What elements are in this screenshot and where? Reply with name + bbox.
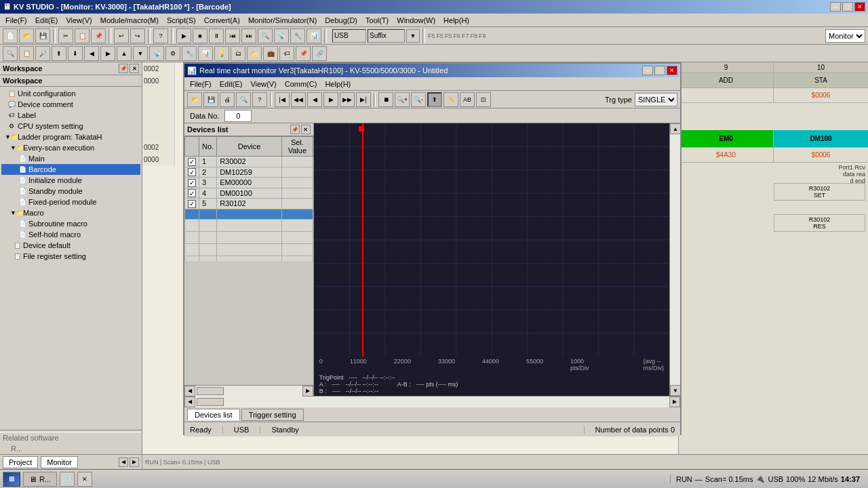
rt-maximize-button[interactable]: □ [654,66,665,75]
checkbox-1[interactable]: ✓ [188,158,196,166]
tab-project[interactable]: Project [3,456,38,468]
suffix-btn[interactable]: ▼ [406,29,420,43]
tb2-btn11[interactable]: ⚙ [165,46,180,61]
ws-pin-button[interactable]: 📌 [119,64,128,73]
tree-fixed-period[interactable]: 📄 Fixed-period module [1,197,140,207]
rt-menu-file[interactable]: File(F) [186,79,216,89]
tree-cpu-setting[interactable]: ⚙ CPU system setting [1,121,140,131]
tree-ladder-program[interactable]: ▼📁 Ladder program: TakataH [1,131,140,142]
close-button[interactable]: ✕ [854,2,865,12]
tree-every-scan[interactable]: ▼📁 Every-scan execution [1,142,140,153]
tb-btn9[interactable]: ⏭ [241,28,256,43]
tree-unit-config[interactable]: 📋 Unit configuration [1,88,140,99]
devices-pin-button[interactable]: 📌 [290,125,300,134]
tree-init-module[interactable]: 📄 Initialize module [1,175,140,186]
tree-macro[interactable]: ▼📁 Macro [1,207,140,218]
tb2-btn18[interactable]: 🏷 [279,46,294,61]
monitor-select[interactable]: Monitor [825,29,865,43]
menu-script[interactable]: Script(S) [163,15,200,26]
ws-close-button[interactable]: ✕ [130,64,139,73]
tb-paste[interactable]: 📌 [91,28,106,43]
rt-tb-zoomin[interactable]: 🔍+ [395,92,410,107]
tb2-btn17[interactable]: 💼 [263,46,278,61]
ws-nav-right[interactable]: ▶ [130,458,139,467]
rt-tb-fit[interactable]: ⊡ [476,92,491,107]
checkbox-2[interactable]: ✓ [188,168,196,176]
rt-tb-prev2[interactable]: ◀◀ [291,92,306,107]
tb-copy[interactable]: 📋 [75,28,90,43]
taskbar-kv-studio[interactable]: 🖥 R... [23,472,57,487]
menu-view[interactable]: View(V) [62,15,96,26]
rt-tb-next1[interactable]: ▶▶ [340,92,355,107]
chart-hscroll-right[interactable]: ▶ [669,396,680,407]
tb2-btn9[interactable]: ▼ [133,46,148,61]
device-row-selected[interactable] [185,209,313,219]
vscroll-up-btn[interactable]: ▲ [670,123,681,134]
device-input[interactable] [220,210,279,218]
tree-file-register[interactable]: 📋 File register setting [1,251,140,262]
device-sel[interactable] [217,209,282,219]
tb-undo[interactable]: ↩ [114,28,129,43]
menu-convert[interactable]: Convert(A) [200,15,244,26]
rt-menu-comm[interactable]: Comm(C) [281,79,321,89]
rt-tb-print[interactable]: 🖨 [220,92,235,107]
rt-tb-ab[interactable]: AB [460,92,475,107]
tab-monitor[interactable]: Monitor [41,456,78,468]
tb-btn5[interactable]: ▶ [176,28,191,43]
menu-module[interactable]: Module/macro(M) [96,15,163,26]
chart-hscroll-thumb[interactable] [197,398,224,406]
tb-save[interactable]: 💾 [35,28,50,43]
check-5[interactable]: ✓ [185,199,199,209]
tab-trigger-setting[interactable]: Trigger setting [241,409,304,421]
tb-btn8[interactable]: ⏮ [225,28,240,43]
checkbox-4[interactable]: ✓ [188,189,196,197]
menu-tool[interactable]: Tool(T) [361,15,393,26]
maximize-button[interactable]: □ [842,2,853,12]
device-row-1[interactable]: ✓ 1 R30002 [185,157,313,167]
check-1[interactable]: ✓ [185,157,199,167]
tree-barcode[interactable]: 📄 Barcode [1,164,140,175]
hscroll-left-btn[interactable]: ◀ [184,386,195,396]
taskbar-close-btn[interactable]: ✕ [77,472,92,487]
tb2-btn2[interactable]: 📋 [19,46,34,61]
tb-btn11[interactable]: 📡 [274,28,289,43]
rt-tb-measure[interactable]: 📏 [443,92,458,107]
trg-type-select[interactable]: SINGLE [635,93,677,106]
device-row-4[interactable]: ✓ 4 DM00100 [185,188,313,199]
tree-standby-module[interactable]: 📄 Standby module [1,186,140,197]
tb-btn7[interactable]: ⏸ [209,28,224,43]
tb2-btn4[interactable]: ⬆ [52,46,66,61]
data-no-input[interactable] [224,110,252,122]
rt-tb-prev3[interactable]: ◀ [307,92,322,107]
hscroll-thumb[interactable] [197,387,224,395]
menu-file[interactable]: File(F) [1,15,31,26]
tb-btn10[interactable]: 🔍 [258,28,273,43]
rt-tb-zoomout[interactable]: 🔍- [411,92,426,107]
rt-menu-edit[interactable]: Edit(E) [216,79,247,89]
tb-open[interactable]: 📂 [19,28,34,43]
rt-minimize-button[interactable]: ─ [642,66,653,75]
tb-help[interactable]: ? [153,28,168,43]
rt-menu-help[interactable]: Help(H) [321,79,355,89]
tb2-btn16[interactable]: 📁 [247,46,262,61]
rt-tb-cursor[interactable]: ⬆ [427,92,442,107]
start-button[interactable]: ⊞ [3,472,20,487]
tree-self-hold-macro[interactable]: 📄 Self-hold macro [1,229,140,240]
check-4[interactable]: ✓ [185,188,199,199]
tb-btn6[interactable]: ■ [193,28,208,43]
rt-tb-save[interactable]: 💾 [203,92,218,107]
devices-close-button[interactable]: ✕ [301,125,311,134]
chart-hscroll-left[interactable]: ◀ [184,396,195,407]
rt-tb-open[interactable]: 📂 [187,92,202,107]
tb2-btn7[interactable]: ▶ [100,46,115,61]
device-row-5[interactable]: ✓ 5 R30102 [185,199,313,209]
tb2-btn20[interactable]: 🔗 [312,46,327,61]
taskbar-icon1[interactable]: 💿 [60,472,75,487]
tree-main[interactable]: 📄 Main [1,153,140,164]
tree-label[interactable]: 🏷 Label [1,110,140,121]
menu-debug[interactable]: Debug(D) [321,15,361,26]
tb2-btn1[interactable]: 🔍 [3,46,18,61]
tb-new[interactable]: 📄 [3,28,18,43]
device-row-2[interactable]: ✓ 2 DM10259 [185,167,313,178]
menu-monitor[interactable]: Monitor/Simulator(N) [244,15,321,26]
